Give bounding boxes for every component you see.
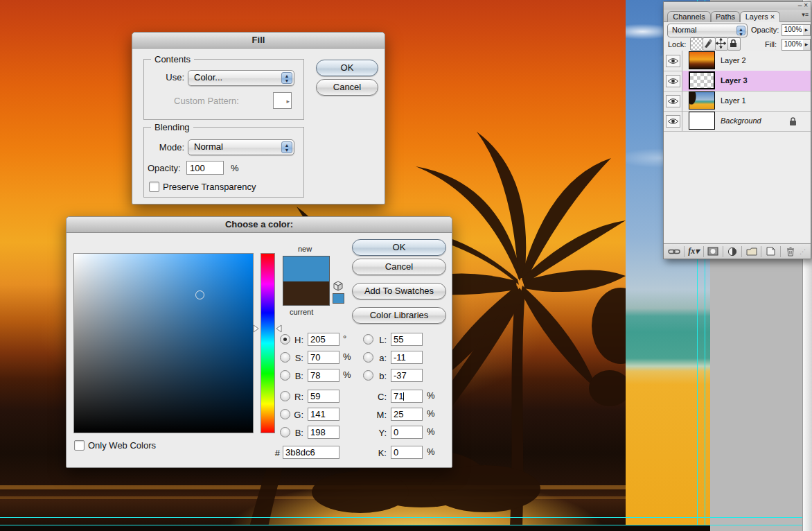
y-input[interactable]: 0 (391, 426, 423, 439)
tab-paths[interactable]: Paths (711, 11, 740, 22)
opacity-input[interactable]: 100 (186, 161, 224, 175)
mode-label: Mode: (153, 142, 184, 153)
link-layers-icon[interactable] (668, 246, 681, 257)
color-libraries-button[interactable]: Color Libraries (352, 307, 446, 324)
opacity-slider-arrow-icon[interactable]: ▶ (803, 24, 811, 36)
color-marker-icon[interactable] (195, 290, 204, 299)
visibility-cell[interactable] (664, 51, 682, 71)
b-lab-input[interactable]: -37 (391, 369, 423, 382)
ok-button[interactable]: OK (316, 60, 378, 76)
g-input[interactable]: 141 (308, 408, 339, 421)
color-picker-title[interactable]: Choose a color: (67, 217, 452, 233)
gamut-cube-icon[interactable] (333, 281, 344, 291)
field-label: H: (290, 335, 303, 345)
guide-horizontal[interactable] (0, 525, 802, 525)
minimize-icon[interactable]: – (798, 1, 802, 9)
r-input[interactable]: 59 (308, 390, 339, 403)
only-web-colors-label: Only Web Colors (88, 440, 156, 451)
radio-b-brightness[interactable] (280, 370, 290, 381)
lock-image-brush-icon[interactable] (703, 37, 716, 51)
radio-l[interactable] (363, 334, 373, 345)
lock-transparency-icon[interactable] (690, 37, 703, 51)
b-blue-input[interactable]: 198 (308, 426, 339, 439)
close-icon[interactable]: × (804, 1, 808, 9)
layer-row-layer3-selected[interactable]: Layer 3 (664, 71, 811, 92)
layer-thumbnail[interactable] (689, 92, 715, 110)
current-color-swatch[interactable] (283, 281, 329, 305)
tab-layers[interactable]: Layers × (740, 11, 780, 22)
web-safe-swatch[interactable] (333, 293, 344, 304)
a-input[interactable]: -11 (391, 351, 423, 364)
adjustment-layer-icon[interactable] (726, 246, 739, 257)
fill-dialog-title[interactable]: Fill (132, 33, 385, 49)
use-dropdown[interactable]: Color... ▲▼ (188, 70, 294, 86)
hue-slider-arrow-icon[interactable] (253, 324, 259, 333)
l-input[interactable]: 55 (391, 333, 423, 346)
layer-name[interactable]: Layer 2 (721, 56, 746, 64)
pattern-flyout-arrow-icon[interactable]: ▸ (286, 96, 290, 107)
preserve-transparency-checkbox[interactable] (149, 182, 159, 192)
layer-name[interactable]: Layer 1 (721, 96, 746, 105)
cancel-button[interactable]: Cancel (316, 79, 378, 96)
h-input[interactable]: 205 (308, 333, 339, 346)
layer-name[interactable]: Layer 3 (721, 76, 748, 85)
field-label: b: (373, 371, 387, 381)
field-unit: % (343, 369, 351, 380)
radio-b-blue[interactable] (280, 427, 290, 437)
k-input[interactable]: 0 (391, 446, 423, 459)
layer-thumbnail[interactable] (689, 51, 715, 69)
separator (723, 246, 723, 257)
fill-slider-arrow-icon[interactable]: ▶ (803, 39, 811, 51)
radio-r[interactable] (280, 391, 290, 401)
fill-label: Fill: (765, 40, 777, 49)
layer-row-background[interactable]: Background (664, 111, 811, 132)
add-to-swatches-button[interactable]: Add To Swatches (352, 283, 446, 299)
fill-value[interactable]: 100% (782, 39, 804, 51)
layer-style-fx-icon[interactable]: fx▾ (687, 246, 700, 257)
cancel-button[interactable]: Cancel (352, 259, 446, 275)
b-brightness-input[interactable]: 78 (308, 369, 339, 382)
layers-panel: – × Channels Paths Layers × ▾≡ Normal ▲▼… (663, 1, 811, 259)
saturation-brightness-field[interactable] (73, 253, 254, 433)
field-unit: % (427, 426, 435, 437)
radio-h[interactable] (280, 334, 290, 345)
radio-b-lab[interactable] (363, 370, 373, 381)
guide-horizontal[interactable] (0, 517, 802, 518)
new-layer-icon[interactable] (764, 246, 777, 257)
layer-mask-icon[interactable] (707, 246, 720, 257)
radio-s[interactable] (280, 352, 290, 363)
use-dropdown-value: Color... (194, 72, 222, 82)
panel-menu-icon[interactable]: ▾≡ (802, 11, 809, 18)
visibility-cell[interactable] (664, 71, 682, 91)
new-group-folder-icon[interactable] (745, 246, 758, 257)
mode-dropdown[interactable]: Normal ▲▼ (188, 139, 294, 155)
visibility-cell[interactable] (664, 111, 682, 131)
s-input[interactable]: 70 (308, 351, 339, 364)
hex-input[interactable]: 3b8dc6 (283, 446, 339, 459)
lock-position-move-icon[interactable] (715, 37, 728, 51)
layer-thumbnail-transparent[interactable] (689, 71, 715, 89)
hue-slider-arrow-icon[interactable] (276, 324, 282, 333)
lock-all-padlock-icon[interactable] (727, 37, 741, 51)
panel-resize-grip[interactable]: ⋰ (800, 248, 806, 255)
dropdown-arrows-icon: ▲▼ (281, 72, 292, 84)
layer-row-layer1[interactable]: Layer 1 (664, 91, 811, 112)
hue-slider[interactable] (261, 253, 275, 433)
layer-row-layer2[interactable]: Layer 2 (664, 51, 811, 71)
visibility-cell[interactable] (664, 91, 682, 111)
m-input[interactable]: 25 (391, 408, 423, 421)
c-input[interactable]: 71 (391, 390, 423, 403)
delete-layer-trash-icon[interactable] (784, 246, 797, 257)
radio-g[interactable] (280, 409, 290, 419)
dropdown-arrows-icon: ▲▼ (736, 26, 745, 35)
only-web-colors-checkbox[interactable] (74, 440, 85, 451)
layer-name[interactable]: Background (721, 116, 761, 125)
radio-a[interactable] (363, 352, 373, 363)
tab-close-icon[interactable]: × (770, 12, 775, 21)
layer-thumbnail[interactable] (689, 112, 715, 130)
opacity-unit: % (231, 163, 239, 173)
ok-button[interactable]: OK (352, 239, 446, 256)
tab-channels[interactable]: Channels (667, 11, 711, 22)
blend-mode-dropdown[interactable]: Normal ▲▼ (667, 24, 748, 37)
opacity-value[interactable]: 100% (782, 24, 804, 36)
